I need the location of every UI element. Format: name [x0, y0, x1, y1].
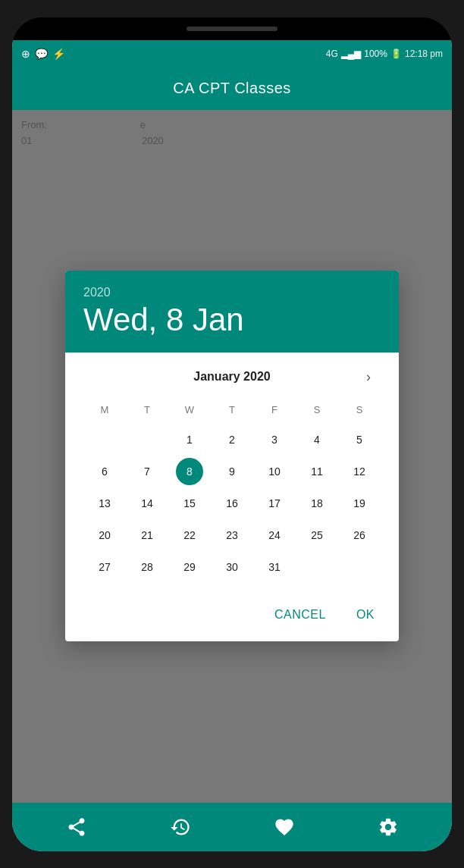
nav-history-button[interactable]	[162, 809, 199, 845]
settings-icon	[378, 816, 399, 838]
day-9[interactable]: 9	[211, 456, 253, 487]
notch-line	[187, 27, 277, 31]
day-header-s1: S	[296, 401, 338, 418]
nav-favorite-button[interactable]	[266, 809, 303, 845]
phone-screen: ⊕ 💬 ⚡ 4G ▂▄▆ 100% 🔋 12:18 pm CA CPT Clas…	[12, 40, 452, 851]
ok-button[interactable]: OK	[344, 600, 387, 629]
phone-notch	[12, 17, 452, 40]
app-icon-1: ⊕	[21, 48, 30, 60]
network-label: 4G	[326, 49, 338, 59]
day-empty-1	[83, 425, 126, 455]
day-6[interactable]: 6	[83, 456, 126, 487]
day-8-selected[interactable]: 8	[168, 456, 211, 487]
day-header-f: F	[253, 401, 296, 418]
day-2[interactable]: 2	[211, 425, 253, 455]
modal-overlay: 2020 Wed, 8 Jan January 2020 › M	[12, 110, 452, 803]
app-title: CA CPT Classes	[173, 80, 291, 97]
day-18[interactable]: 18	[296, 488, 338, 519]
favorite-icon	[274, 816, 295, 838]
day-13[interactable]: 13	[83, 488, 126, 519]
day-header-w: W	[168, 401, 211, 418]
dialog-year: 2020	[83, 286, 381, 299]
time-label: 12:18 pm	[405, 49, 443, 59]
day-24[interactable]: 24	[253, 520, 296, 550]
day-header-s2: S	[338, 401, 381, 418]
next-month-button[interactable]: ›	[356, 365, 381, 389]
day-14[interactable]: 14	[126, 488, 168, 519]
status-left: ⊕ 💬 ⚡	[21, 48, 65, 60]
history-icon	[170, 816, 191, 838]
date-picker-dialog: 2020 Wed, 8 Jan January 2020 › M	[65, 271, 399, 641]
dialog-date-label: Wed, 8 Jan	[83, 302, 381, 337]
day-15[interactable]: 15	[168, 488, 211, 519]
day-10[interactable]: 10	[253, 456, 296, 487]
calendar-nav: January 2020 ›	[83, 365, 381, 389]
day-25[interactable]: 25	[296, 520, 338, 550]
battery-label: 100%	[364, 49, 387, 59]
day-4[interactable]: 4	[296, 425, 338, 455]
calendar-grid: M T W T F S S	[83, 401, 381, 582]
day-22[interactable]: 22	[168, 520, 211, 550]
screen-content: From: e 01 2020 2020 Wed, 8 Jan	[12, 110, 452, 803]
cancel-button[interactable]: CANCEL	[262, 600, 338, 629]
day-26[interactable]: 26	[338, 520, 381, 550]
share-icon	[66, 816, 87, 838]
app-icon-2: 💬	[35, 48, 48, 60]
app-icon-3: ⚡	[52, 48, 65, 60]
dialog-body: January 2020 › M T W T F S S	[65, 353, 399, 594]
day-3[interactable]: 3	[253, 425, 296, 455]
day-header-m: M	[83, 401, 126, 418]
day-28[interactable]: 28	[126, 552, 168, 582]
day-header-t1: T	[126, 401, 168, 418]
day-1[interactable]: 1	[168, 425, 211, 455]
day-empty-3	[296, 552, 338, 582]
day-31[interactable]: 31	[253, 552, 296, 582]
day-11[interactable]: 11	[296, 456, 338, 487]
day-19[interactable]: 19	[338, 488, 381, 519]
day-headers: M T W T F S S	[83, 401, 381, 418]
day-12[interactable]: 12	[338, 456, 381, 487]
battery-icon: 🔋	[390, 49, 402, 59]
bottom-nav	[12, 803, 452, 851]
day-5[interactable]: 5	[338, 425, 381, 455]
phone-frame: ⊕ 💬 ⚡ 4G ▂▄▆ 100% 🔋 12:18 pm CA CPT Clas…	[12, 17, 452, 851]
day-27[interactable]: 27	[83, 552, 126, 582]
day-29[interactable]: 29	[168, 552, 211, 582]
day-7[interactable]: 7	[126, 456, 168, 487]
days-grid: 1 2 3 4 5 6 7 8 9 10 11	[83, 425, 381, 582]
day-23[interactable]: 23	[211, 520, 253, 550]
day-header-t2: T	[211, 401, 253, 418]
day-16[interactable]: 16	[211, 488, 253, 519]
day-empty-2	[126, 425, 168, 455]
day-30[interactable]: 30	[211, 552, 253, 582]
nav-share-button[interactable]	[58, 809, 95, 845]
day-17[interactable]: 17	[253, 488, 296, 519]
status-bar: ⊕ 💬 ⚡ 4G ▂▄▆ 100% 🔋 12:18 pm	[12, 40, 452, 67]
dialog-header: 2020 Wed, 8 Jan	[65, 271, 399, 353]
app-bar: CA CPT Classes	[12, 67, 452, 110]
nav-settings-button[interactable]	[370, 809, 406, 845]
day-20[interactable]: 20	[83, 520, 126, 550]
status-right: 4G ▂▄▆ 100% 🔋 12:18 pm	[326, 49, 443, 59]
day-empty-4	[338, 552, 381, 582]
day-21[interactable]: 21	[126, 520, 168, 550]
signal-icon: ▂▄▆	[341, 49, 362, 59]
dialog-actions: CANCEL OK	[65, 594, 399, 641]
calendar-month-title: January 2020	[193, 370, 270, 384]
